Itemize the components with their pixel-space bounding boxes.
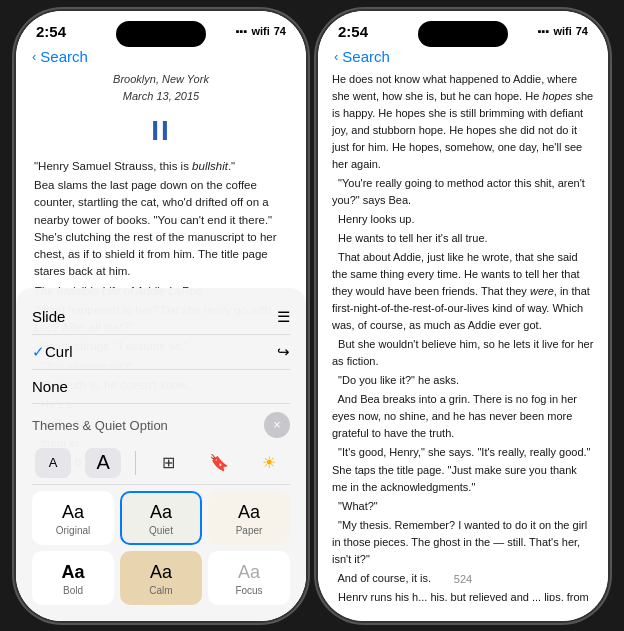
curl-checkmark: ✓ [32,343,45,361]
theme-quiet-label: Quiet [149,525,173,536]
back-chevron-left: ‹ [32,49,36,64]
theme-original-label: Original [56,525,90,536]
overlay-panel: Slide ☰ ✓ Curl ↪ None Themes & [16,288,306,621]
back-label-left[interactable]: Search [40,48,88,65]
theme-quiet-card[interactable]: Aa Quiet [120,491,202,545]
theme-calm-aa: Aa [150,562,172,583]
none-label: None [32,378,68,395]
slide-label: Slide [32,308,65,325]
nav-bar-left[interactable]: ‹ Search [16,44,306,71]
font-increase-button[interactable]: A [85,448,121,478]
nav-bar-right[interactable]: ‹ Search [318,44,608,71]
wifi-icon-right: wifi [553,25,571,37]
theme-focus-label: Focus [235,585,262,596]
curl-icon: ↪ [277,343,290,361]
theme-bold-label: Bold [63,585,83,596]
themes-labels: Themes & Quiet Option [32,417,168,433]
brightness-icon-button[interactable]: ☀ [251,448,287,478]
font-separator [135,451,136,475]
theme-paper-label: Paper [236,525,263,536]
slide-option-row[interactable]: Slide ☰ [32,300,290,335]
theme-paper-aa: Aa [238,502,260,523]
theme-quiet-aa: Aa [150,502,172,523]
left-phone: 2:54 ▪▪▪ wifi 74 ‹ Search Brooklyn, New … [16,11,306,621]
wifi-icon: wifi [251,25,269,37]
time-right: 2:54 [338,23,368,40]
status-icons-right: ▪▪▪ wifi 74 [538,25,588,37]
back-label-right[interactable]: Search [342,48,390,65]
themes-row: Themes & Quiet Option × [32,404,290,440]
theme-calm-card[interactable]: Aa Calm [120,551,202,605]
dynamic-island [116,21,206,47]
bookmark-icon-button[interactable]: 🔖 [201,448,237,478]
theme-focus-aa: Aa [238,562,260,583]
themes-title: Themes & [32,418,95,433]
chapter-number: II [34,109,288,152]
dynamic-island-right [418,21,508,47]
theme-original-card[interactable]: Aa Original [32,491,114,545]
right-phone: 2:54 ▪▪▪ wifi 74 ‹ Search He does not kn… [318,11,608,621]
book-location: Brooklyn, New York March 13, 2015 [34,71,288,105]
time-left: 2:54 [36,23,66,40]
battery-right: 74 [576,25,588,37]
page-number: 524 [318,567,608,591]
theme-focus-card[interactable]: Aa Focus [208,551,290,605]
curl-option-row[interactable]: ✓ Curl ↪ [32,335,290,370]
theme-bold-aa: Aa [61,562,84,583]
status-icons-left: ▪▪▪ wifi 74 [236,25,286,37]
none-option-row[interactable]: None [32,370,290,404]
close-panel-button[interactable]: × [264,412,290,438]
quiet-option-label: Quiet Option [95,418,168,433]
theme-grid: Aa Original Aa Quiet Aa Paper Aa Bold [32,491,290,605]
phones-container: 2:54 ▪▪▪ wifi 74 ‹ Search Brooklyn, New … [16,11,608,621]
curl-label: Curl [45,343,73,360]
font-decrease-button[interactable]: A [35,448,71,478]
theme-bold-card[interactable]: Aa Bold [32,551,114,605]
columns-icon-button[interactable]: ⊞ [151,448,187,478]
back-chevron-right: ‹ [334,49,338,64]
theme-original-aa: Aa [62,502,84,523]
theme-calm-label: Calm [149,585,172,596]
font-control-row: A A ⊞ 🔖 ☀ [32,440,290,485]
theme-paper-card[interactable]: Aa Paper [208,491,290,545]
signal-icon-right: ▪▪▪ [538,25,550,37]
signal-icon: ▪▪▪ [236,25,248,37]
book-content-right: He does not know what happened to Addie,… [318,71,608,601]
battery-left: 74 [274,25,286,37]
slide-icon: ☰ [277,308,290,326]
